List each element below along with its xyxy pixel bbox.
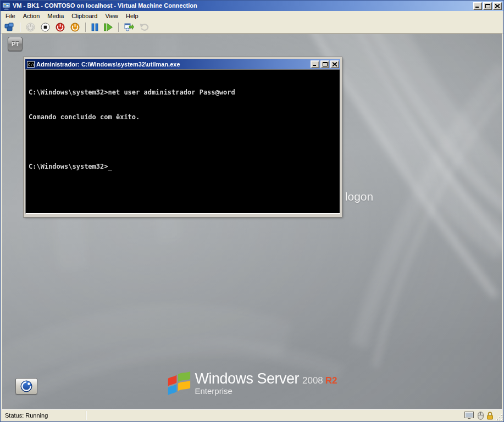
- cmd-window: C:\ Administrador: C:\Windows\system32\u…: [24, 57, 342, 217]
- toolbar: [1, 21, 503, 34]
- language-button[interactable]: PT: [8, 37, 23, 51]
- start-button[interactable]: [25, 21, 36, 33]
- window-title: VM - BK1 - CONTOSO on localhost - Virtua…: [13, 1, 473, 11]
- snapshot-button[interactable]: [123, 21, 135, 32]
- minimize-button[interactable]: [473, 2, 482, 10]
- lock-icon: [486, 412, 494, 420]
- menu-action[interactable]: Action: [19, 11, 44, 21]
- brand-name: Windows Server: [195, 370, 299, 387]
- ease-of-access-button[interactable]: [15, 378, 37, 395]
- cmd-window-title: Administrador: C:\Windows\system32\utilm…: [36, 61, 311, 68]
- resize-grip[interactable]: [496, 414, 503, 421]
- vm-display[interactable]: PT r logon C:\ Administrador: C:\Windows…: [2, 34, 502, 409]
- console-cursor: _: [108, 163, 112, 170]
- console-output[interactable]: C:\Windows\system32>net user administrad…: [25, 69, 340, 214]
- toolbar-separator: [20, 23, 20, 32]
- console-line: C:\Windows\system32>net user administrad…: [29, 88, 337, 97]
- status-bar: Status: Running: [1, 409, 503, 421]
- brand-version: 2008: [302, 375, 323, 386]
- close-button[interactable]: [493, 2, 502, 10]
- save-button[interactable]: [69, 21, 81, 33]
- windows-server-logo: Windows Server 2008 R2 Enterprise: [167, 370, 337, 396]
- title-bar[interactable]: VM - BK1 - CONTOSO on localhost - Virtua…: [1, 1, 503, 11]
- vmconnect-icon: [2, 2, 11, 10]
- logon-text-fragment: r logon: [338, 190, 373, 203]
- vmconnect-window: VM - BK1 - CONTOSO on localhost - Virtua…: [0, 0, 504, 422]
- maximize-button[interactable]: [483, 2, 492, 10]
- ctrl-alt-del-button[interactable]: [3, 21, 15, 32]
- window-controls: [473, 2, 502, 10]
- menu-file[interactable]: File: [2, 11, 19, 21]
- brand-release: R2: [325, 375, 337, 386]
- reset-button[interactable]: [103, 22, 114, 32]
- menu-clipboard[interactable]: Clipboard: [68, 11, 101, 21]
- menu-help[interactable]: Help: [122, 11, 142, 21]
- pause-button[interactable]: [90, 22, 99, 32]
- cmd-icon: C:\: [27, 61, 35, 68]
- ease-of-access-icon: [20, 380, 32, 392]
- menu-view[interactable]: View: [101, 11, 122, 21]
- cmd-window-controls: [311, 60, 339, 68]
- cmd-minimize-button[interactable]: [311, 60, 319, 68]
- mouse-icon: [478, 412, 484, 420]
- turn-off-button[interactable]: [40, 21, 51, 33]
- brand-text: Windows Server 2008 R2 Enterprise: [195, 370, 337, 396]
- svg-text:C:\: C:\: [28, 62, 35, 66]
- status-bar-separator: [86, 411, 86, 420]
- cmd-maximize-button[interactable]: [320, 60, 329, 68]
- brand-edition: Enterprise: [195, 386, 337, 396]
- status-text: Status: Running: [5, 412, 48, 419]
- cmd-title-bar[interactable]: C:\ Administrador: C:\Windows\system32\u…: [25, 59, 340, 69]
- console-line: [29, 138, 337, 146]
- cmd-close-button[interactable]: [330, 60, 339, 68]
- windows-flag-icon: [167, 371, 191, 396]
- revert-button[interactable]: [139, 22, 150, 32]
- menu-bar: File Action Media Clipboard View Help: [1, 11, 503, 21]
- menu-media[interactable]: Media: [43, 11, 68, 21]
- console-prompt: C:\Windows\system32>: [29, 163, 108, 170]
- toolbar-separator: [118, 23, 119, 32]
- console-line: Comando concluído com êxito.: [29, 113, 337, 121]
- display-icon: [464, 412, 475, 420]
- status-bar-icons: [464, 412, 494, 420]
- console-prompt-line: C:\Windows\system32>_: [29, 163, 337, 171]
- shut-down-button[interactable]: [54, 21, 66, 33]
- toolbar-separator: [85, 23, 86, 32]
